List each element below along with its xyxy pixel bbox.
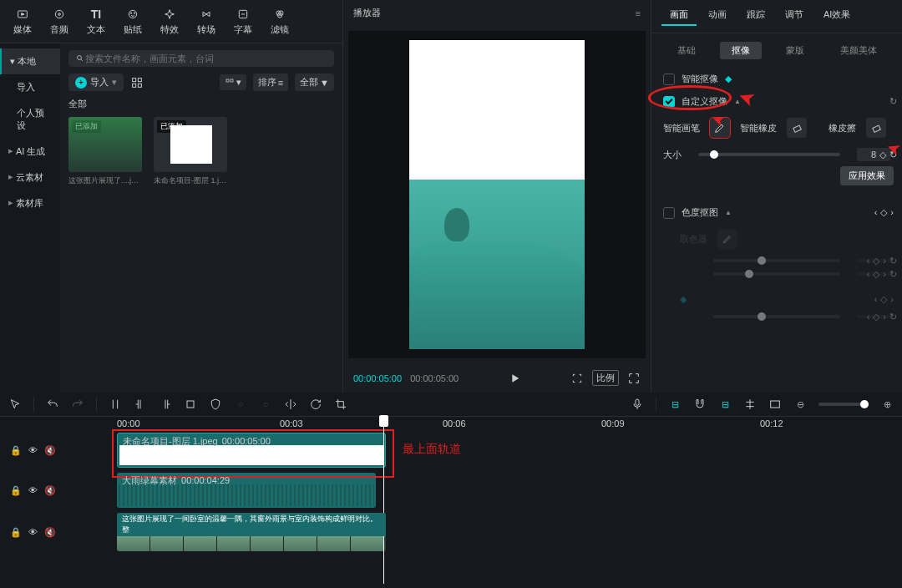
annotation-ring [648, 85, 732, 110]
magnet-icon[interactable] [693, 398, 707, 411]
play-button[interactable] [508, 372, 521, 385]
import-button[interactable]: +导入▾ [68, 74, 124, 91]
crop-tool-icon[interactable] [334, 398, 347, 411]
mic-icon[interactable] [631, 398, 644, 411]
sort-button[interactable]: 排序 ≡ [253, 74, 288, 91]
library-sidebar: ▾ 本地 导入 个人预设 ▸AI 生成 ▸云素材 ▸素材库 [0, 43, 60, 393]
align-icon[interactable] [743, 398, 757, 411]
library-tabs: 媒体 音频 TI文本 贴纸 特效 转场 字幕 滤镜 [0, 0, 342, 43]
search-input[interactable] [68, 50, 334, 67]
shield-icon[interactable] [209, 398, 222, 411]
svg-point-3 [129, 10, 136, 18]
zoom-out-icon[interactable]: ⊖ [793, 398, 807, 411]
timeline-clip[interactable]: 大雨绿幕素材 00:00:04:29 [117, 473, 376, 508]
fullscreen-icon[interactable] [627, 372, 641, 385]
subtab-mask[interactable]: 蒙版 [774, 42, 816, 59]
svg-rect-12 [138, 78, 141, 81]
mirror-icon[interactable] [284, 398, 297, 411]
chroma-label: 色度抠图 [682, 206, 718, 219]
link-icon[interactable]: ⊟ [718, 398, 732, 411]
svg-point-4 [130, 13, 131, 13]
tab-effect[interactable]: 特效 [152, 3, 187, 39]
select-tool[interactable] [8, 398, 22, 411]
svg-point-2 [58, 13, 61, 16]
svg-rect-16 [231, 79, 233, 82]
smart-matting-checkbox[interactable] [663, 74, 675, 85]
tab-anim[interactable]: 动画 [700, 5, 735, 26]
apply-button[interactable]: 应用效果 [840, 166, 894, 185]
crop-icon[interactable] [184, 398, 197, 411]
svg-rect-15 [226, 79, 229, 82]
track-controls[interactable]: 🔒👁🔇 [0, 485, 117, 496]
redo-icon[interactable] [71, 398, 84, 411]
tab-text[interactable]: TI文本 [79, 3, 114, 39]
cut-right-icon[interactable] [159, 398, 172, 411]
cut-left-icon[interactable] [134, 398, 147, 411]
svg-rect-18 [873, 125, 881, 132]
track-controls[interactable]: 🔒👁🔇 [0, 445, 117, 456]
preview-canvas[interactable] [409, 40, 585, 349]
subtab-matting[interactable]: 抠像 [720, 42, 762, 59]
tab-sticker[interactable]: 贴纸 [115, 3, 150, 39]
sidebar-item-import[interactable]: 导入 [0, 74, 60, 100]
svg-rect-17 [793, 125, 802, 132]
grid-icon[interactable] [130, 76, 144, 89]
search-icon [75, 53, 85, 63]
rotate-icon[interactable] [309, 398, 322, 411]
view-button[interactable]: ▾ [220, 74, 246, 90]
svg-rect-11 [133, 78, 136, 81]
tab-ai-effect[interactable]: AI效果 [815, 5, 859, 26]
svg-rect-13 [133, 84, 136, 87]
property-subtabs: 基础 抠像 蒙版 美颜美体 [651, 33, 902, 68]
media-thumb[interactable]: 已添加 未命名项目-图层 1.jpeg [154, 117, 227, 186]
preview-icon[interactable] [768, 398, 782, 411]
zoom-slider[interactable] [818, 403, 869, 406]
pen-label: 智能画笔 [663, 122, 700, 134]
zoom-in-icon[interactable]: ⊕ [880, 398, 894, 411]
reset-icon[interactable]: ↻ [889, 96, 897, 107]
subtab-beauty[interactable]: 美颜美体 [829, 42, 889, 59]
eraser-button[interactable] [866, 118, 886, 138]
timeline-clip[interactable]: 这张图片展现了一间卧室的温馨一隅，其窗外雨景与室内装饰构成鲜明对比。整 [117, 513, 386, 551]
sidebar-item-ai[interactable]: ▸AI 生成 [0, 139, 60, 165]
smart-matting-label: 智能抠像 [682, 73, 718, 85]
undo-icon[interactable] [46, 398, 59, 411]
tab-audio[interactable]: 音频 [42, 3, 77, 39]
tab-media[interactable]: 媒体 [5, 3, 40, 39]
tab-adjust[interactable]: 调节 [777, 5, 812, 26]
sidebar-item-preset[interactable]: 个人预设 [0, 100, 60, 139]
picker-button [717, 229, 737, 249]
annotation-text: 最上面轨道 [403, 442, 461, 457]
tab-track[interactable]: 跟踪 [738, 5, 773, 26]
svg-rect-19 [187, 401, 194, 408]
svg-point-10 [78, 56, 82, 60]
tab-picture[interactable]: 画面 [661, 5, 697, 26]
player-title: 播放器 [353, 7, 381, 19]
snap-icon[interactable]: ⊟ [668, 398, 682, 411]
split-icon[interactable] [109, 398, 122, 411]
playhead[interactable] [383, 417, 384, 584]
eraser-label: 智能橡皮 [740, 122, 777, 134]
size-slider[interactable] [698, 153, 840, 156]
svg-point-5 [134, 13, 134, 13]
sidebar-item-cloud[interactable]: ▸云素材 [0, 165, 60, 190]
svg-point-1 [55, 10, 63, 18]
property-tabs: 画面 动画 跟踪 调节 AI效果 [651, 5, 902, 33]
chroma-checkbox[interactable] [663, 207, 675, 219]
menu-icon[interactable]: ≡ [636, 8, 641, 18]
focus-icon[interactable] [570, 372, 584, 385]
diamond-icon: ◆ [725, 74, 732, 84]
tab-transition[interactable]: 转场 [189, 3, 224, 39]
sidebar-item-local[interactable]: ▾ 本地 [0, 48, 60, 74]
smart-eraser-button[interactable] [787, 118, 807, 138]
sidebar-item-lib[interactable]: ▸素材库 [0, 190, 60, 216]
track-controls[interactable]: 🔒👁🔇 [0, 527, 117, 538]
tab-filter[interactable]: 滤镜 [262, 3, 297, 39]
tab-caption[interactable]: 字幕 [226, 3, 261, 39]
filter-all-button[interactable]: 全部 ▼ [295, 74, 334, 91]
ratio-button[interactable]: 比例 [592, 370, 619, 386]
subtab-basic[interactable]: 基础 [666, 42, 707, 59]
media-thumb[interactable]: 已添加 这张图片展现了....jpeg [68, 117, 142, 186]
eraser2-label: 橡皮擦 [829, 122, 856, 134]
size-label: 大小 [663, 149, 682, 161]
